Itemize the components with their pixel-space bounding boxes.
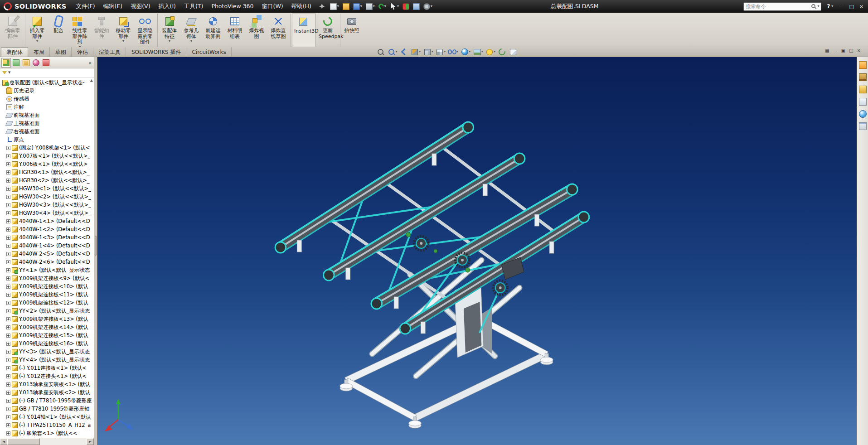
tree-item[interactable]: 原点 <box>0 135 94 144</box>
expand-icon[interactable] <box>6 391 10 395</box>
expand-icon[interactable] <box>6 285 10 289</box>
expand-icon[interactable] <box>6 187 10 191</box>
task-pane-tab[interactable] <box>858 73 867 82</box>
tree-item[interactable]: Y.006板<1> (默认<<默认>_ <box>0 160 94 168</box>
command-tab[interactable]: 渲染工具 <box>93 47 126 57</box>
panel-tab[interactable] <box>41 58 51 68</box>
ribbon-button[interactable]: 拍快照 ▾ <box>341 14 362 47</box>
view-tool-button[interactable]: ▾ <box>497 48 507 56</box>
tree-item[interactable]: Y.007板<1> (默认<<默认>_ <box>0 152 94 160</box>
quick-tool-button[interactable]: ▾ <box>388 2 400 11</box>
graphics-viewport[interactable] <box>97 57 857 445</box>
ribbon-button[interactable]: 移动零部件 ▾ <box>112 14 134 47</box>
ribbon-button[interactable]: 智能扣件 ▾ <box>91 14 112 47</box>
expand-icon[interactable] <box>6 415 10 419</box>
tree-item[interactable]: YY<3> (默认<默认_显示状态 <box>0 348 94 356</box>
tree-item[interactable]: 上视基准面 <box>0 119 94 127</box>
expand-icon[interactable] <box>6 219 10 223</box>
splitter-grip[interactable] <box>95 236 97 256</box>
command-tab[interactable]: 评估 <box>72 47 93 57</box>
view-tool-button[interactable]: ▾ <box>399 48 409 56</box>
menu-item[interactable]: 编辑(E) <box>99 0 127 13</box>
expand-icon[interactable] <box>6 334 10 338</box>
command-tab[interactable]: CircuitWorks <box>186 47 231 57</box>
tree-item[interactable]: HGW30<2> (默认<<默认>_ <box>0 193 94 201</box>
view-tool-button[interactable]: ▾ <box>508 48 518 56</box>
doc-window-button[interactable]: ▣ <box>841 48 845 53</box>
tree-item[interactable]: Y.009机架连接板<15> (默认 <box>0 331 94 339</box>
tree-item[interactable]: 4040W-1<1> (Default<<D <box>0 217 94 225</box>
expand-icon[interactable] <box>6 309 10 313</box>
expand-icon[interactable] <box>6 260 10 264</box>
task-pane-tab[interactable] <box>858 122 867 131</box>
tree-item[interactable]: YY<2> (默认<默认_显示状态 <box>0 307 94 315</box>
tree-item[interactable]: 4040W-2<5> (Default<<D <box>0 250 94 258</box>
tree-item[interactable]: (-) Y.014轴<1> (默认<<默认 <box>0 413 94 421</box>
quick-tool-button[interactable]: ▾ <box>352 2 364 11</box>
expand-icon[interactable] <box>6 227 10 232</box>
quick-tool-button[interactable]: ▾ <box>329 2 340 11</box>
expand-icon[interactable] <box>6 407 10 411</box>
tree-item[interactable]: (-) TTPA25T10150_A_H12_a <box>0 421 94 429</box>
tree-item[interactable]: Y.009机架连接板<9> (默认< <box>0 274 94 282</box>
view-tool-button[interactable]: ▾ <box>375 48 386 56</box>
ribbon-button[interactable]: 装配体特征 ▾ <box>159 14 180 47</box>
panel-tab[interactable] <box>21 58 31 68</box>
panel-tab[interactable] <box>11 58 21 68</box>
ribbon-button[interactable]: 编辑零部件 ▾ <box>2 14 25 47</box>
close-button[interactable]: × <box>859 4 863 9</box>
tree-item[interactable]: 4040W-1<2> (Default<<D <box>0 225 94 233</box>
tree-item[interactable]: 右视基准面 <box>0 127 94 135</box>
tree-item[interactable]: (-) Y.012连接头<1> (默认< <box>0 372 94 380</box>
expand-icon[interactable] <box>6 358 10 362</box>
tree-item[interactable]: (-) 胀紧套<1> (默认<< <box>0 429 94 437</box>
search-input[interactable] <box>746 4 810 10</box>
quick-tool-button[interactable]: ▾ <box>341 2 351 11</box>
help-caret[interactable]: ▾ <box>831 5 833 8</box>
panel-tab[interactable] <box>1 58 11 68</box>
view-tool-button[interactable]: ▾ <box>460 48 472 56</box>
quick-tool-button[interactable]: ▾ <box>401 2 411 11</box>
task-pane-tab[interactable] <box>858 97 867 106</box>
view-tool-button[interactable]: ▾ <box>447 48 459 56</box>
quick-tool-button[interactable]: ▾ <box>377 3 388 10</box>
expand-icon[interactable] <box>6 170 10 174</box>
view-tool-button[interactable]: ▾ <box>472 48 484 56</box>
expand-icon[interactable] <box>6 211 10 215</box>
expand-icon[interactable] <box>6 293 10 297</box>
expand-icon[interactable] <box>6 252 10 256</box>
help-icon[interactable]: ? <box>827 3 830 10</box>
doc-window-button[interactable]: × <box>857 48 861 53</box>
expand-icon[interactable] <box>6 350 10 354</box>
doc-window-button[interactable]: — <box>833 48 838 53</box>
scroll-thumb[interactable] <box>7 438 40 445</box>
ribbon-button[interactable]: 参考几何体 ▾ <box>180 14 202 47</box>
expand-icon[interactable] <box>6 162 10 166</box>
tree-item[interactable]: YY<4> (默认<默认_显示状态 <box>0 356 94 364</box>
menu-item[interactable]: 文件(F) <box>72 0 99 13</box>
ribbon-button[interactable]: 显示隐藏的零部件 ▾ <box>134 14 158 47</box>
tree-horizontal-scrollbar[interactable]: ◄ ► <box>0 438 94 445</box>
tree-scroll-up[interactable]: ▲ <box>90 78 93 82</box>
expand-icon[interactable] <box>6 195 10 199</box>
expand-icon[interactable] <box>6 179 10 183</box>
tree-item[interactable]: (固定) Y.008机架<1> (默认< <box>0 144 94 152</box>
panel-tabs-overflow[interactable]: » <box>89 60 92 65</box>
menu-item[interactable]: 窗口(W) <box>258 0 287 13</box>
task-pane-tab[interactable] <box>858 61 867 69</box>
expand-icon[interactable] <box>6 342 10 346</box>
menu-item[interactable]: PhotoView 360 <box>207 0 257 13</box>
ribbon-button[interactable]: 爆炸视图 ▾ <box>246 14 267 47</box>
view-tool-button[interactable]: ▾ <box>435 48 447 56</box>
expand-icon[interactable] <box>6 301 10 305</box>
quick-tool-button[interactable]: ▾ <box>364 2 376 11</box>
expand-icon[interactable] <box>6 366 10 370</box>
expand-icon[interactable] <box>6 146 10 150</box>
expand-icon[interactable] <box>6 382 10 387</box>
maximize-button[interactable]: □ <box>849 4 853 9</box>
ribbon-button[interactable]: 线性零部件阵列 ▾ <box>69 14 91 47</box>
ribbon-button[interactable]: Instant3D ▾ <box>292 14 316 47</box>
assembly-3d-model[interactable] <box>97 57 857 445</box>
tree-item[interactable]: Y.013轴承座安装板<1> (默认 <box>0 380 94 388</box>
view-tool-button[interactable]: ▾ <box>410 48 422 56</box>
